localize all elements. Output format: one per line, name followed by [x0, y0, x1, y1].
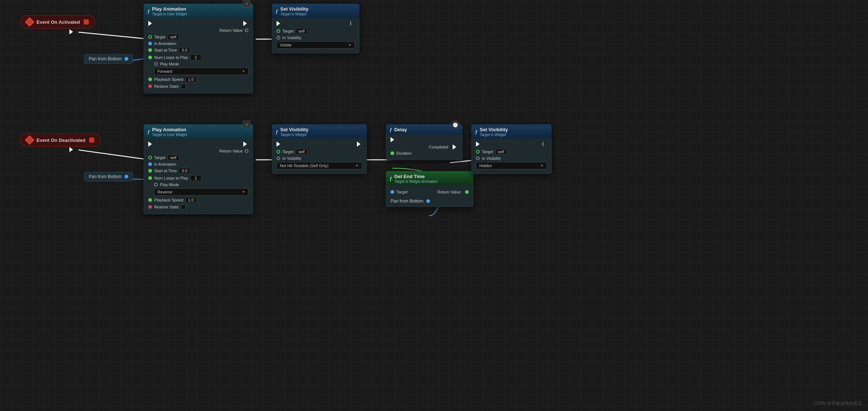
in-vis-dropdown-top[interactable]: Visible ▼	[277, 41, 355, 49]
exec-in-set-vis-top[interactable]	[277, 21, 282, 26]
target-pin-set-vis-right[interactable]	[476, 150, 480, 154]
exec-out-bottom[interactable]	[243, 142, 248, 147]
in-vis-pin-bottom[interactable]	[277, 157, 280, 160]
target-val-set-vis-bottom[interactable]: self	[296, 149, 307, 155]
start-time-label-bottom: Start at Time	[154, 169, 177, 173]
watermark: CSDN @开发游戏的老王	[813, 400, 862, 407]
play-mode-pin-top[interactable]	[154, 62, 158, 66]
target-label-bottom: Target	[154, 155, 165, 160]
pan-from-bottom-top-pin[interactable]	[125, 57, 128, 61]
set-visibility-top-node: ƒ Set Visibility Target is Widget Target…	[272, 4, 359, 53]
exec-in-set-vis-right[interactable]	[476, 142, 481, 147]
pan-from-bottom-top-node: Pan from Bottom	[84, 54, 133, 64]
event-deactivated-stop-icon	[89, 137, 94, 143]
restore-checkbox-top[interactable]	[181, 84, 186, 89]
target-pin-set-vis-bottom[interactable]	[277, 150, 280, 154]
pan-from-bottom-bottom-label: Pan from Bottom	[89, 174, 122, 179]
set-vis-top-body: Target self In Visibility Visible ▼	[272, 18, 359, 53]
loops-val-top[interactable]: 1	[190, 54, 201, 60]
restore-pin-top[interactable]	[148, 84, 152, 88]
in-anim-pin-bottom[interactable]	[148, 162, 152, 166]
start-time-val-bottom[interactable]: 0.0	[179, 168, 190, 174]
play-anim-top-header: ƒ Play Animation Target is User Widget	[144, 4, 253, 18]
in-vis-pin-top[interactable]	[277, 36, 280, 39]
loops-label-bottom: Num Loops to Play	[154, 176, 188, 180]
event-activated-exec-pin[interactable]	[69, 29, 75, 35]
in-vis-dropdown-right[interactable]: Hidden ▼	[476, 162, 547, 169]
duration-pin[interactable]	[391, 151, 394, 155]
event-stop-icon	[84, 19, 89, 24]
return-value-pin-top[interactable]	[245, 29, 248, 32]
exec-out-set-vis-top[interactable]	[350, 21, 355, 26]
exec-in-bottom[interactable]	[148, 142, 153, 147]
exec-out-set-vis-right[interactable]	[542, 142, 547, 146]
start-time-label-top: Start at Time	[154, 48, 177, 52]
event-activated-label: Event On Activated	[37, 19, 80, 25]
get-end-title: Get End Time	[394, 174, 438, 179]
play-mode-val-bottom: Reverse	[157, 190, 172, 194]
pb-speed-pin-bottom[interactable]	[148, 198, 152, 202]
in-vis-label-bottom: In Visibility	[282, 156, 301, 161]
in-vis-label-right: In Visibility	[482, 156, 501, 161]
get-end-subtitle: Target is Widget Animation	[394, 180, 438, 184]
pan-from-bottom-end-pin[interactable]	[426, 199, 430, 203]
func-icon-get-end: ƒ	[389, 176, 392, 181]
in-vis-dropdown-bottom[interactable]: Not Hit-Testable (Self Only) ▼	[277, 162, 362, 169]
loops-pin-bottom[interactable]	[148, 176, 152, 180]
pb-speed-pin-top[interactable]	[148, 78, 152, 81]
get-end-return-pin[interactable]	[465, 190, 469, 194]
play-animation-bottom-node: ⊟ ƒ Play Animation Target is User Widget…	[144, 124, 253, 214]
play-mode-dropdown-bottom[interactable]: Reverse ▼	[154, 188, 248, 196]
play-mode-label-bottom: Play Mode	[160, 182, 179, 187]
in-anim-label-top: In Animation	[154, 41, 176, 46]
return-value-pin-bottom[interactable]	[245, 149, 248, 153]
loops-val-bottom[interactable]: 1	[190, 175, 201, 181]
set-vis-top-header: ƒ Set Visibility Target is Widget	[272, 4, 359, 18]
loops-pin-top[interactable]	[148, 56, 152, 59]
get-end-body: Target Return Value Pan from Bottom	[386, 185, 473, 207]
event-deactivated-exec-pin[interactable]	[69, 147, 75, 153]
exec-out-set-vis-bottom[interactable]	[357, 142, 362, 147]
restore-checkbox-bottom[interactable]	[181, 204, 186, 210]
set-vis-right-body: Target self In Visibility Hidden ▼	[471, 139, 552, 174]
in-vis-pin-right[interactable]	[476, 157, 480, 160]
pb-speed-val-top[interactable]: 1.0	[186, 76, 197, 82]
pb-speed-val-bottom[interactable]: 1.0	[186, 197, 197, 203]
exec-in-delay[interactable]	[391, 137, 396, 142]
exec-out-top[interactable]	[243, 21, 248, 26]
target-pin-set-vis-top[interactable]	[277, 29, 280, 33]
restore-pin-bottom[interactable]	[148, 205, 152, 209]
start-time-val-top[interactable]: 0.0	[179, 47, 190, 53]
play-mode-pin-bottom[interactable]	[154, 183, 158, 186]
play-mode-dropdown-top[interactable]: Forward ▼	[154, 68, 248, 75]
play-anim-top-subtitle: Target is User Widget	[152, 12, 187, 16]
target-val-set-vis-top[interactable]: self	[296, 28, 307, 34]
target-label-set-vis-top: Target	[282, 29, 294, 33]
in-anim-pin-top[interactable]	[148, 42, 152, 45]
pan-from-bottom-bottom-pin[interactable]	[125, 175, 128, 178]
start-time-pin-top[interactable]	[148, 48, 152, 52]
play-mode-label-top: Play Mode	[160, 62, 179, 66]
event-deactivated-label: Event On Deactivated	[37, 137, 85, 143]
pan-from-bottom-end-node: Pan from Bottom	[391, 199, 469, 204]
loops-label-top: Num Loops to Play	[154, 55, 188, 60]
target-val-bottom[interactable]: self	[168, 155, 179, 161]
exec-in-set-vis-bottom[interactable]	[277, 142, 282, 147]
completed-exec-pin[interactable]	[453, 144, 458, 150]
target-label-set-vis-bottom: Target	[282, 150, 294, 154]
func-icon-top: ƒ	[147, 8, 150, 14]
func-icon-bottom: ƒ	[147, 129, 150, 135]
restore-label-bottom: Restore State	[154, 205, 179, 209]
get-end-target-pin[interactable]	[391, 190, 394, 194]
target-pin-bottom[interactable]	[148, 156, 152, 159]
chevron-icon-set-vis-right: ▼	[540, 164, 544, 167]
start-time-pin-bottom[interactable]	[148, 169, 152, 173]
delay-title: Delay	[394, 127, 407, 132]
exec-in-top[interactable]	[148, 21, 153, 26]
play-anim-bottom-subtitle: Target is User Widget	[152, 133, 187, 137]
set-vis-bottom-header: ƒ Set Visibility Target is Widget	[272, 124, 367, 139]
target-pin-top[interactable]	[148, 35, 152, 39]
target-val-top[interactable]: self	[168, 34, 179, 40]
target-val-set-vis-right[interactable]: self	[495, 149, 507, 155]
pan-from-bottom-end-label: Pan from Bottom	[391, 199, 423, 204]
